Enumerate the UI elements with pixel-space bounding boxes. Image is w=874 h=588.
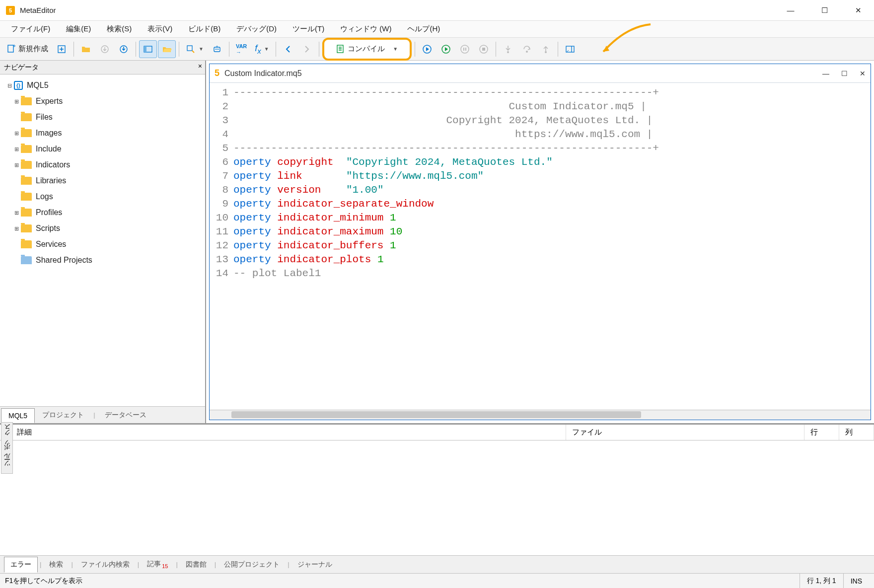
svg-rect-7 — [187, 46, 192, 51]
expand-icon[interactable]: ⊞ — [12, 210, 21, 216]
menu-window[interactable]: ウィンドウ (W) — [333, 22, 398, 36]
tab-error[interactable]: エラー — [4, 557, 38, 573]
code-editor[interactable]: 1---------------------------------------… — [210, 83, 871, 410]
tree-item[interactable]: Services — [2, 236, 203, 252]
col-row[interactable]: 行 — [804, 425, 839, 440]
run-button[interactable] — [437, 40, 455, 58]
navigator-panel: ナビゲータ × ⊟ {} MQL5 ⊞ExpertsFiles⊞Images⊞I… — [0, 61, 206, 423]
tree-item[interactable]: Libraries — [2, 173, 203, 189]
tree-item[interactable]: ⊞Indicators — [2, 157, 203, 173]
svg-rect-8 — [214, 47, 220, 52]
col-col[interactable]: 列 — [839, 425, 874, 440]
expand-icon[interactable]: ⊞ — [12, 98, 21, 105]
editor-minimize-button[interactable]: — — [822, 70, 829, 77]
tab-findinfiles[interactable]: ファイル内検索 — [75, 557, 136, 572]
svg-text:+: + — [13, 44, 16, 49]
folder-icon — [21, 193, 32, 201]
toolbox-side-label[interactable]: ツールボックス — [1, 422, 13, 474]
function-button[interactable]: fx▼ — [251, 40, 272, 58]
tab-project[interactable]: プロジェクト — [35, 407, 91, 423]
open-folder-button[interactable] — [77, 40, 95, 58]
menu-help[interactable]: ヘルプ(H) — [400, 22, 447, 36]
editor-filename: Custom Indicator.mq5 — [224, 69, 817, 78]
tree-root[interactable]: ⊟ {} MQL5 — [2, 77, 203, 93]
tab-journal[interactable]: ジャーナル — [291, 557, 338, 572]
tab-mql5[interactable]: MQL5 — [1, 408, 35, 423]
expand-icon[interactable]: ⊞ — [12, 146, 21, 152]
compile-label: コンパイル — [348, 44, 385, 54]
col-detail[interactable]: 詳細 — [11, 425, 566, 440]
toolbox-tabs: エラー | 検索 | ファイル内検索 | 記事15 | 図書館 | 公開プロジェ… — [0, 555, 874, 573]
tree-item[interactable]: ⊞Profiles — [2, 205, 203, 220]
scrollbar-thumb[interactable] — [231, 411, 641, 418]
folder-icon — [21, 209, 32, 217]
tree-item[interactable]: Shared Projects — [2, 252, 203, 268]
step-into-button[interactable] — [499, 40, 517, 58]
panel-right-icon — [565, 44, 575, 54]
menu-view[interactable]: 表示(V) — [141, 22, 179, 36]
download-all-button[interactable] — [115, 40, 133, 58]
tree-item[interactable]: ⊞Images — [2, 125, 203, 141]
back-button[interactable] — [279, 40, 297, 58]
download-all-icon — [119, 44, 129, 54]
col-file[interactable]: ファイル — [566, 425, 804, 440]
toolbox-toggle-button[interactable] — [158, 40, 176, 58]
navigator-close-button[interactable]: × — [198, 62, 202, 70]
robot-icon — [212, 44, 222, 54]
tab-library[interactable]: 図書館 — [180, 557, 213, 572]
forward-button[interactable] — [298, 40, 316, 58]
mql5-icon: {} — [14, 81, 23, 90]
step-out-button[interactable] — [537, 40, 555, 58]
tree-item[interactable]: ⊞Scripts — [2, 220, 203, 236]
folder-open-icon — [162, 44, 172, 54]
stop-button[interactable] — [475, 40, 493, 58]
tree-item-label: Services — [36, 240, 66, 249]
expand-icon[interactable]: ⊞ — [12, 130, 21, 137]
editor-close-button[interactable]: ✕ — [860, 70, 866, 77]
var-button[interactable]: VAR→ — [232, 40, 250, 58]
menu-file[interactable]: ファイル(F) — [4, 22, 57, 36]
step-over-button[interactable] — [518, 40, 536, 58]
extra-button[interactable] — [561, 40, 579, 58]
minimize-button[interactable]: — — [781, 6, 801, 15]
navigator-toggle-button[interactable] — [139, 40, 157, 58]
tab-search[interactable]: 検索 — [43, 557, 69, 572]
expand-icon[interactable]: ⊞ — [12, 225, 21, 232]
new-plus-button[interactable] — [53, 40, 71, 58]
titlebar: 5 MetaEditor — ☐ ✕ — [0, 0, 874, 21]
tab-projects[interactable]: 公開プロジェクト — [218, 557, 286, 572]
tab-articles[interactable]: 記事15 — [141, 557, 174, 572]
tree-item[interactable]: Logs — [2, 189, 203, 205]
tree-item[interactable]: Files — [2, 109, 203, 125]
navigator-tree[interactable]: ⊟ {} MQL5 ⊞ExpertsFiles⊞Images⊞Include⊞I… — [0, 74, 205, 406]
undo-download-button[interactable] — [96, 40, 114, 58]
new-icon: + — [6, 44, 16, 54]
tree-item[interactable]: ⊞Include — [2, 141, 203, 157]
folder-icon — [21, 145, 32, 153]
navigator-title: ナビゲータ — [4, 63, 39, 72]
tree-item[interactable]: ⊞Experts — [2, 93, 203, 109]
close-button[interactable]: ✕ — [848, 6, 868, 15]
menu-search[interactable]: 検索(S) — [100, 22, 139, 36]
folder-icon — [21, 177, 32, 185]
compile-button[interactable]: コンパイル ▼ — [322, 38, 412, 61]
menu-tools[interactable]: ツール(T) — [286, 22, 331, 36]
toolbox-panel: × 詳細 ファイル 行 列 エラー | 検索 | ファイル内検索 | 記事15 … — [0, 424, 874, 573]
menu-build[interactable]: ビルド(B) — [181, 22, 227, 36]
new-file-button[interactable]: + 新規作成 — [3, 40, 52, 58]
ai-button[interactable] — [208, 40, 226, 58]
new-label: 新規作成 — [18, 44, 48, 54]
maximize-button[interactable]: ☐ — [814, 6, 834, 15]
build-button[interactable]: ▼ — [182, 40, 207, 58]
menu-debug[interactable]: デバッグ(D) — [229, 22, 284, 36]
run-debug-button[interactable] — [418, 40, 436, 58]
pause-button[interactable] — [456, 40, 474, 58]
expand-icon[interactable]: ⊞ — [12, 162, 21, 168]
tab-database[interactable]: データベース — [97, 407, 154, 423]
collapse-icon[interactable]: ⊟ — [5, 82, 14, 89]
editor-maximize-button[interactable]: ☐ — [841, 70, 848, 77]
menu-edit[interactable]: 編集(E) — [59, 22, 98, 36]
editor-hscrollbar[interactable] — [210, 410, 871, 420]
step-over-icon — [522, 44, 532, 54]
status-help: F1を押してヘルプを表示 — [5, 577, 800, 586]
